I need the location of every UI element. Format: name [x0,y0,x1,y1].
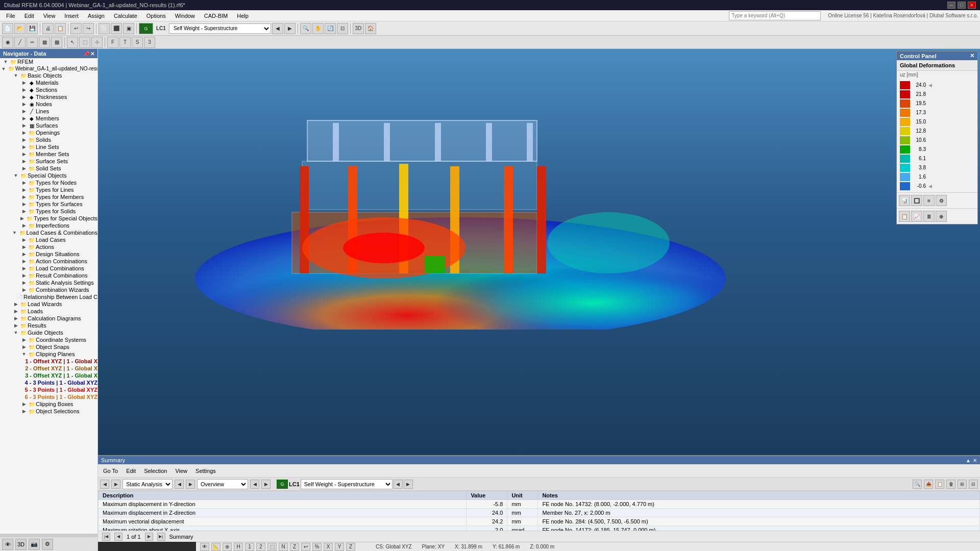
nav-item-results[interactable]: ▶ 📁 Results [0,322,97,329]
expand-lines[interactable]: ▶ [20,109,28,114]
analysis-type-combo[interactable]: Static Analysis [122,479,173,489]
nav-item-nodes[interactable]: ▶ ◉ Nodes [0,101,97,108]
lc-tb-prev[interactable]: ◀ [394,480,403,489]
menu-insert[interactable]: Insert [60,12,83,20]
sum-tb-4[interactable]: 🗑 [946,480,955,489]
expand-rfem[interactable]: ▼ [2,59,9,64]
status-btn-9[interactable]: Z [290,543,299,551]
nav-pin-button[interactable]: 📌 [83,51,89,57]
expand-clipping-planes[interactable]: ▼ [20,352,28,357]
summary-goto[interactable]: Go To [100,467,121,475]
viewport-3d[interactable]: Control Panel ✕ Global Deformations uz [… [98,49,980,464]
expand-result-combinations[interactable]: ▶ [20,273,28,278]
nav-item-coord-systems[interactable]: ▶ 📁 Coordinate Systems [0,336,97,343]
cp-btn-3[interactable]: ≡ [923,195,935,206]
tb-view-2[interactable]: ⬛ [111,23,122,34]
nav-item-lines[interactable]: ▶ ╱ Lines [0,108,97,115]
status-btn-14[interactable]: Z [346,543,355,551]
overview-combo[interactable]: Overview [197,479,248,489]
undo-button[interactable]: ↩ [70,23,82,34]
cp-btn-2[interactable]: 🔲 [911,195,922,206]
menu-options[interactable]: Options [142,12,170,20]
nav-item-clipping-5[interactable]: 5 - 3 Points | 1 - Global XYZ [0,386,97,393]
tb2-select[interactable]: ↖ [67,37,78,48]
nav-item-relationship[interactable]: 📄 Relationship Between Load C [0,293,97,300]
tb2-lines[interactable]: ╱ [14,37,26,48]
expand-sections[interactable]: ▶ [20,87,28,92]
tb2-window[interactable]: ⬚ [79,37,90,48]
sum-tb-1[interactable]: 🔍 [913,480,922,489]
tb-fit[interactable]: ⊡ [337,23,348,34]
minimize-button[interactable]: ─ [947,2,955,9]
nav-item-openings[interactable]: ▶ 📁 Openings [0,129,97,136]
tb-render[interactable]: 🏠 [365,23,376,34]
sum-analysis-prev[interactable]: ◀ [175,480,184,489]
expand-results[interactable]: ▶ [12,323,19,328]
status-btn-3[interactable]: ⊕ [223,543,232,551]
expand-solids[interactable]: ▶ [20,137,28,142]
menu-view[interactable]: View [39,12,60,20]
nav-item-solids[interactable]: ▶ 📁 Solids [0,136,97,143]
menu-assign[interactable]: Assign [84,12,109,20]
close-button[interactable]: ✕ [968,2,976,9]
maximize-button[interactable]: □ [958,2,966,9]
tb-lc-green[interactable]: G [139,23,153,34]
nav-item-object-selections[interactable]: ▶ 📁 Object Selections [0,408,97,415]
summary-view[interactable]: View [172,467,190,475]
nav-item-line-sets[interactable]: ▶ 📁 Line Sets [0,143,97,151]
control-panel-close-button[interactable]: ✕ [970,53,974,59]
tb2-solids[interactable]: ▩ [51,37,62,48]
redo-button[interactable]: ↪ [83,23,94,34]
status-btn-11[interactable]: % [312,543,322,551]
nav-item-clipping-2[interactable]: 2 - Offset XYZ | 1 - Global X [0,365,97,372]
expand-load-wizards[interactable]: ▶ [12,302,19,307]
cp-btn-4[interactable]: ⚙ [936,195,947,206]
expand-materials[interactable]: ▶ [20,80,28,85]
nav-item-types-solids[interactable]: ▶ 📁 Types for Solids [0,208,97,215]
expand-action-combinations[interactable]: ▶ [20,259,28,264]
tb2-view-front[interactable]: F [107,37,118,48]
tb-rotate[interactable]: 🔄 [325,23,336,34]
expand-load-cases[interactable]: ▼ [11,230,18,235]
expand-solid-sets[interactable]: ▶ [20,166,28,171]
expand-surface-sets[interactable]: ▶ [20,159,28,164]
tb2-nodes[interactable]: ◉ [2,37,13,48]
nav-item-clipping-4[interactable]: 4 - 3 Points | 1 - Global XYZ [0,379,97,386]
expand-object-selections[interactable]: ▶ [20,409,28,414]
nav-item-load-cases-item[interactable]: ▶ 📁 Load Cases [0,236,97,243]
nav-item-member-sets[interactable]: ▶ 📁 Member Sets [0,151,97,158]
nav-cam-button[interactable]: 📷 [29,539,40,550]
menu-calculate[interactable]: Calculate [110,12,141,20]
menu-window[interactable]: Window [171,12,199,20]
cp-btn-7[interactable]: ≣ [923,211,935,222]
sum-overview-prev[interactable]: ◀ [250,480,259,489]
nav-item-surfaces[interactable]: ▶ ▦ Surfaces [0,122,97,129]
tb2-view-top[interactable]: T [119,37,131,48]
nav-item-surface-sets[interactable]: ▶ 📁 Surface Sets [0,158,97,165]
lc-name-combo[interactable]: Self Weight - Superstructure [301,479,393,489]
nav-view-button[interactable]: 👁 [2,539,13,550]
summary-settings[interactable]: Settings [192,467,219,475]
lc-tb-next[interactable]: ▶ [404,480,413,489]
lc-prev[interactable]: ◀ [272,23,283,34]
expand-thicknesses[interactable]: ▶ [20,94,28,99]
footer-next[interactable]: ▶ [145,533,153,541]
save-button[interactable]: 💾 [27,23,38,34]
summary-close-button[interactable]: ✕ [973,458,977,463]
footer-last[interactable]: ▶| [157,533,165,541]
nav-item-types-nodes[interactable]: ▶ 📁 Types for Nodes [0,179,97,186]
cp-btn-1[interactable]: 📊 [899,195,910,206]
nav-item-clipping-1[interactable]: 1 - Offset XYZ | 1 - Global X [0,358,97,365]
sum-overview-next[interactable]: ▶ [261,480,271,489]
tb-3d[interactable]: 3D [353,23,364,34]
tb-view-1[interactable]: ⬜ [99,23,110,34]
tb2-pick[interactable]: ⊹ [91,37,103,48]
tb-view-3[interactable]: ▣ [123,23,134,34]
nav-item-object-snaps[interactable]: ▶ 📁 Object Snaps [0,343,97,350]
nav-item-loads[interactable]: ▶ 📁 Loads [0,308,97,315]
expand-calc-diagrams[interactable]: ▶ [12,316,19,321]
status-btn-7[interactable]: ⬚ [267,543,277,551]
nav-item-combo-wizards[interactable]: ▶ 📁 Combination Wizards [0,286,97,293]
expand-surfaces[interactable]: ▶ [20,123,28,128]
nav-item-clipping-3[interactable]: 3 - Offset XYZ | 1 - Global X [0,372,97,379]
